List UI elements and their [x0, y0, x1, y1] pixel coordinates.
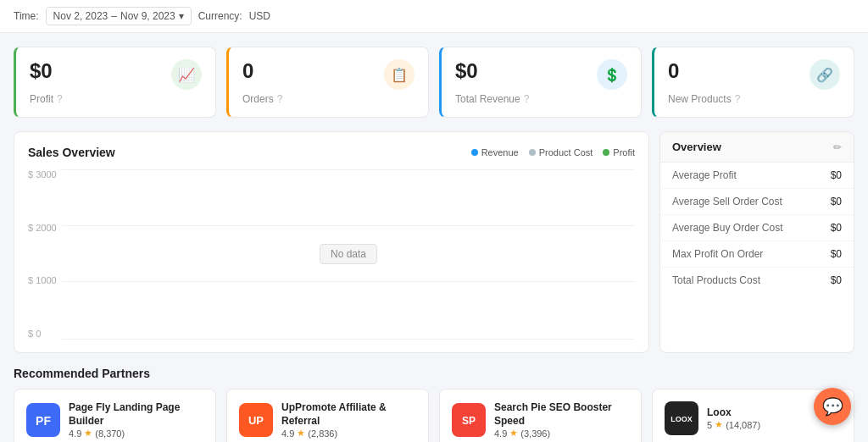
overview-value: $0 — [831, 274, 842, 286]
partner-info: Loox 5 ★ (14,087) — [707, 406, 760, 431]
rating-value: 4.9 — [494, 428, 507, 439]
legend-dot — [603, 149, 609, 156]
kpi-icon-profit: 📈 — [171, 59, 202, 90]
y-axis-label: $ 2000 — [28, 223, 57, 233]
star-icon: ★ — [297, 428, 305, 439]
legend-label: Profit — [613, 147, 635, 157]
legend-label: Revenue — [481, 147, 519, 157]
overview-row: Average Buy Order Cost$0 — [660, 215, 854, 241]
review-count: (2,836) — [308, 428, 337, 439]
chart-legend: RevenueProduct CostProfit — [471, 147, 635, 157]
overview-edit-icon[interactable]: ✏ — [833, 141, 842, 153]
kpi-top-row: $0 💲 — [455, 59, 627, 90]
partners-title: Recommended Partners — [14, 367, 854, 380]
kpi-value-total_revenue: $0 — [455, 59, 478, 83]
kpi-value-orders: 0 — [242, 59, 253, 83]
star-icon: ★ — [715, 419, 723, 430]
overview-row: Total Products Cost$0 — [660, 268, 854, 293]
legend-label: Product Cost — [539, 147, 593, 157]
rating-value: 5 — [707, 420, 712, 430]
kpi-help-icon-profit[interactable]: ? — [57, 93, 63, 105]
chat-button[interactable]: 💬 — [814, 388, 851, 425]
partner-info: UpPromote Affiliate & Referral 4.9 ★ (2,… — [281, 401, 416, 439]
kpi-label-new_products: New Products ? — [668, 93, 840, 105]
star-icon: ★ — [509, 428, 518, 439]
currency-label: Currency: — [198, 10, 242, 22]
svg-text:LOOX: LOOX — [670, 415, 693, 423]
partner-top: SP Search Pie SEO Booster Speed 4.9 ★ (3… — [452, 401, 629, 439]
kpi-value-profit: $0 — [30, 59, 53, 83]
kpi-label-total_revenue: Total Revenue ? — [455, 93, 627, 105]
kpi-top-row: $0 📈 — [30, 59, 202, 90]
date-range-picker[interactable]: Nov 2, 2023 – Nov 9, 2023 ▾ — [46, 7, 192, 25]
kpi-icon-new_products: 🔗 — [810, 59, 840, 90]
partner-info: Search Pie SEO Booster Speed 4.9 ★ (3,39… — [494, 401, 629, 439]
overview-row: Average Sell Order Cost$0 — [660, 189, 854, 215]
partner-rating: 4.9 ★ (3,396) — [494, 428, 629, 439]
y-axis-label: $ 1000 — [28, 275, 57, 285]
chevron-down-icon: ▾ — [179, 10, 184, 22]
partners-row: PF Page Fly Landing Page Builder 4.9 ★ (… — [14, 389, 854, 442]
overview-header: Overview ✏ — [660, 132, 854, 163]
bottom-section: Sales Overview RevenueProduct CostProfit… — [14, 131, 854, 353]
y-axis-label: $ 3000 — [28, 169, 57, 180]
no-data-label: No data — [320, 244, 377, 264]
partner-logo-searchpie: SP — [452, 403, 486, 437]
overview-key: Total Products Cost — [672, 274, 760, 286]
chart-title: Sales Overview — [28, 146, 115, 159]
kpi-help-icon-new_products[interactable]: ? — [735, 93, 741, 105]
kpi-row: $0 📈 Profit ? 0 📋 Orders ? $0 💲 Total Re… — [14, 47, 854, 118]
partner-name: Search Pie SEO Booster Speed — [494, 401, 629, 428]
legend-item-product-cost: Product Cost — [529, 147, 593, 157]
overview-row: Average Profit$0 — [660, 163, 854, 189]
top-bar: Time: Nov 2, 2023 – Nov 9, 2023 ▾ Curren… — [0, 0, 868, 33]
partner-card-pagefly: PF Page Fly Landing Page Builder 4.9 ★ (… — [14, 389, 216, 442]
overview-value: $0 — [831, 248, 842, 260]
partner-name: UpPromote Affiliate & Referral — [281, 401, 416, 428]
partners-section: Recommended Partners PF Page Fly Landing… — [14, 367, 854, 442]
svg-text:PF: PF — [36, 414, 51, 428]
kpi-card-orders: 0 📋 Orders ? — [226, 47, 429, 118]
partner-card-uppromote: UP UpPromote Affiliate & Referral 4.9 ★ … — [226, 389, 429, 442]
y-axis-labels: $ 3000$ 2000$ 1000$ 0 — [28, 169, 57, 339]
review-count: (8,370) — [95, 428, 125, 439]
partner-rating: 4.9 ★ (8,370) — [69, 428, 203, 439]
kpi-help-icon-total_revenue[interactable]: ? — [524, 93, 530, 105]
kpi-icon-total_revenue: 💲 — [597, 59, 627, 90]
partner-logo-pagefly: PF — [26, 403, 60, 437]
kpi-help-icon-orders[interactable]: ? — [277, 93, 283, 105]
overview-panel: Overview ✏ Average Profit$0Average Sell … — [659, 131, 854, 353]
chart-area: Sales Overview RevenueProduct CostProfit… — [14, 131, 649, 353]
legend-dot — [471, 149, 478, 156]
review-count: (3,396) — [520, 428, 550, 439]
partner-name: Loox — [707, 406, 760, 420]
chart-header: Sales Overview RevenueProduct CostProfit — [28, 146, 635, 159]
overview-key: Average Profit — [672, 169, 737, 181]
legend-item-profit: Profit — [603, 147, 635, 157]
partner-logo-loox: LOOX — [665, 401, 698, 435]
svg-text:UP: UP — [248, 415, 264, 428]
partner-logo-uppromote: UP — [239, 403, 273, 437]
kpi-top-row: 0 📋 — [242, 59, 415, 90]
partner-top: PF Page Fly Landing Page Builder 4.9 ★ (… — [26, 401, 203, 439]
kpi-card-new_products: 0 🔗 New Products ? — [652, 47, 854, 118]
kpi-label-orders: Orders ? — [242, 93, 415, 105]
date-separator: – — [111, 10, 117, 22]
kpi-top-row: 0 🔗 — [668, 59, 840, 90]
partner-rating: 5 ★ (14,087) — [707, 419, 760, 430]
chart-grid: No data — [62, 169, 635, 339]
overview-row: Max Profit On Order$0 — [660, 241, 854, 268]
svg-text:SP: SP — [462, 415, 476, 427]
chat-icon: 💬 — [822, 396, 843, 417]
overview-key: Average Buy Order Cost — [672, 222, 783, 234]
partner-top: UP UpPromote Affiliate & Referral 4.9 ★ … — [239, 401, 416, 439]
currency-value: USD — [249, 10, 270, 22]
overview-key: Average Sell Order Cost — [672, 196, 782, 207]
y-axis-label: $ 0 — [28, 329, 57, 339]
rating-value: 4.9 — [69, 428, 81, 439]
time-label: Time: — [14, 10, 39, 22]
legend-dot — [529, 149, 536, 156]
partner-rating: 4.9 ★ (2,836) — [281, 428, 416, 439]
overview-key: Max Profit On Order — [672, 248, 763, 260]
rating-value: 4.9 — [281, 428, 294, 439]
